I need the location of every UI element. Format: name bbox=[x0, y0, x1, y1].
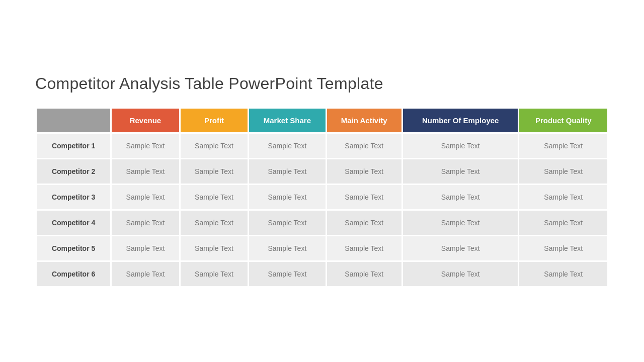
cell-market-share: Sample Text bbox=[249, 159, 325, 184]
cell-main-activity: Sample Text bbox=[327, 159, 401, 184]
page-title: Competitor Analysis Table PowerPoint Tem… bbox=[35, 74, 609, 93]
cell-revenue: Sample Text bbox=[112, 236, 179, 260]
header-market-share: Market Share bbox=[249, 109, 325, 133]
cell-competitor: Competitor 2 bbox=[37, 159, 110, 184]
cell-number-of-employee: Sample Text bbox=[403, 185, 518, 209]
table-row: Competitor 6Sample TextSample TextSample… bbox=[37, 262, 607, 286]
competitor-table: Revenue Profit Market Share Main Activit… bbox=[35, 107, 609, 288]
cell-market-share: Sample Text bbox=[249, 236, 325, 260]
header-profit: Profit bbox=[181, 109, 248, 133]
cell-profit: Sample Text bbox=[181, 262, 248, 286]
table-row: Competitor 2Sample TextSample TextSample… bbox=[37, 159, 607, 184]
cell-revenue: Sample Text bbox=[112, 211, 179, 235]
slide-container: Competitor Analysis Table PowerPoint Tem… bbox=[25, 59, 619, 303]
table-row: Competitor 1Sample TextSample TextSample… bbox=[37, 134, 607, 158]
cell-profit: Sample Text bbox=[181, 236, 248, 260]
cell-number-of-employee: Sample Text bbox=[403, 134, 518, 158]
table-header-row: Revenue Profit Market Share Main Activit… bbox=[37, 109, 607, 133]
cell-number-of-employee: Sample Text bbox=[403, 262, 518, 286]
cell-profit: Sample Text bbox=[181, 185, 248, 209]
cell-revenue: Sample Text bbox=[112, 159, 179, 184]
table-row: Competitor 4Sample TextSample TextSample… bbox=[37, 211, 607, 235]
cell-market-share: Sample Text bbox=[249, 185, 325, 209]
cell-main-activity: Sample Text bbox=[327, 236, 401, 260]
cell-product-quality: Sample Text bbox=[519, 236, 607, 260]
cell-market-share: Sample Text bbox=[249, 211, 325, 235]
cell-revenue: Sample Text bbox=[112, 262, 179, 286]
cell-number-of-employee: Sample Text bbox=[403, 236, 518, 260]
cell-product-quality: Sample Text bbox=[519, 159, 607, 184]
cell-revenue: Sample Text bbox=[112, 134, 179, 158]
cell-product-quality: Sample Text bbox=[519, 185, 607, 209]
table-row: Competitor 5Sample TextSample TextSample… bbox=[37, 236, 607, 260]
cell-number-of-employee: Sample Text bbox=[403, 159, 518, 184]
cell-main-activity: Sample Text bbox=[327, 262, 401, 286]
cell-product-quality: Sample Text bbox=[519, 134, 607, 158]
cell-revenue: Sample Text bbox=[112, 185, 179, 209]
table-wrapper: Revenue Profit Market Share Main Activit… bbox=[35, 107, 609, 288]
cell-product-quality: Sample Text bbox=[519, 262, 607, 286]
cell-profit: Sample Text bbox=[181, 159, 248, 184]
cell-profit: Sample Text bbox=[181, 211, 248, 235]
header-main-activity: Main Activity bbox=[327, 109, 401, 133]
cell-product-quality: Sample Text bbox=[519, 211, 607, 235]
cell-number-of-employee: Sample Text bbox=[403, 211, 518, 235]
cell-main-activity: Sample Text bbox=[327, 134, 401, 158]
header-revenue: Revenue bbox=[112, 109, 179, 133]
header-empty bbox=[37, 109, 110, 133]
header-product-quality: Product Quality bbox=[519, 109, 607, 133]
cell-competitor: Competitor 4 bbox=[37, 211, 110, 235]
cell-main-activity: Sample Text bbox=[327, 211, 401, 235]
header-number-of-employee: Number Of Employee bbox=[403, 109, 518, 133]
cell-competitor: Competitor 5 bbox=[37, 236, 110, 260]
cell-market-share: Sample Text bbox=[249, 262, 325, 286]
cell-profit: Sample Text bbox=[181, 134, 248, 158]
cell-market-share: Sample Text bbox=[249, 134, 325, 158]
cell-competitor: Competitor 6 bbox=[37, 262, 110, 286]
cell-competitor: Competitor 3 bbox=[37, 185, 110, 209]
table-body: Competitor 1Sample TextSample TextSample… bbox=[37, 134, 607, 286]
cell-main-activity: Sample Text bbox=[327, 185, 401, 209]
cell-competitor: Competitor 1 bbox=[37, 134, 110, 158]
table-row: Competitor 3Sample TextSample TextSample… bbox=[37, 185, 607, 209]
